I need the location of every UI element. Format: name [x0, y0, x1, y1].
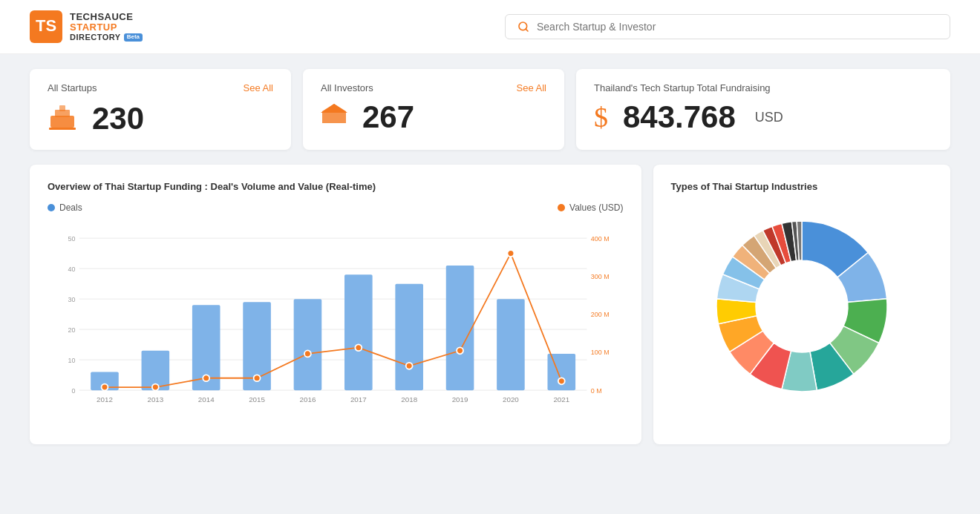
fundraising-card-header: Thailand's Tech Startup Total Fundraisin… [594, 82, 932, 93]
svg-rect-6 [59, 105, 65, 111]
fundraising-amount: 843.768 [623, 102, 736, 133]
svg-rect-35 [294, 299, 322, 390]
logo-directory: DIRECTORY [70, 33, 121, 42]
logo-text: TECHSAUCE STARTUP DIRECTORY Beta [70, 12, 143, 42]
logo-area: TS TECHSAUCE STARTUP DIRECTORY Beta [30, 10, 143, 43]
logo-techsauce: TECHSAUCE [70, 12, 133, 22]
investors-card-header: All Investors See All [321, 82, 546, 93]
svg-rect-43 [497, 299, 525, 390]
svg-point-56 [558, 378, 565, 384]
startups-label: All Startups [48, 82, 97, 93]
svg-rect-7 [49, 128, 76, 130]
svg-text:2017: 2017 [350, 395, 367, 403]
donut-chart-card: Types of Thai Startup Industries [653, 165, 951, 444]
svg-text:20: 20 [68, 326, 76, 334]
investors-see-all[interactable]: See All [517, 82, 546, 93]
svg-point-48 [152, 384, 159, 391]
svg-text:2012: 2012 [97, 395, 113, 403]
svg-text:TS: TS [36, 16, 56, 35]
svg-text:0 M: 0 M [591, 387, 602, 395]
svg-rect-39 [395, 284, 423, 391]
svg-text:2015: 2015 [249, 395, 265, 403]
search-icon [517, 21, 529, 33]
bar-chart-title: Overview of Thai Startup Funding : Deal'… [48, 181, 624, 192]
search-bar[interactable] [505, 14, 950, 39]
svg-text:2021: 2021 [553, 395, 569, 403]
startups-body: 230 [48, 101, 273, 136]
fundraising-unit: USD [755, 110, 783, 125]
svg-point-51 [304, 350, 311, 357]
fundraising-label: Thailand's Tech Startup Total Fundraisin… [594, 82, 771, 93]
investors-count: 267 [362, 102, 414, 133]
svg-text:400 M: 400 M [591, 235, 610, 243]
fundraising-card: Thailand's Tech Startup Total Fundraisin… [576, 69, 950, 150]
svg-text:10: 10 [68, 357, 76, 364]
logo-icon: TS [30, 10, 62, 43]
svg-point-55 [507, 250, 514, 257]
svg-text:0: 0 [71, 387, 75, 395]
svg-point-49 [203, 375, 209, 381]
svg-point-54 [457, 347, 463, 354]
legend-values: Values (USD) [558, 202, 623, 213]
svg-text:50: 50 [68, 235, 76, 243]
svg-text:2016: 2016 [300, 395, 316, 403]
svg-text:30: 30 [68, 296, 76, 303]
legend-deals: Deals [48, 202, 82, 213]
svg-line-3 [526, 29, 528, 31]
svg-text:300 M: 300 M [591, 273, 610, 280]
bar-chart-area: 010203040500 M100 M200 M300 M400 M201220… [48, 220, 624, 428]
svg-point-53 [406, 363, 413, 369]
svg-text:40: 40 [68, 266, 76, 273]
investors-label: All Investors [321, 82, 373, 93]
startups-icon [48, 101, 77, 136]
donut-chart-title: Types of Thai Startup Industries [671, 181, 933, 192]
bar-chart-legend: Deals Values (USD) [48, 202, 624, 213]
svg-point-50 [254, 375, 261, 381]
svg-rect-37 [344, 274, 373, 390]
donut-chart-svg [705, 210, 898, 403]
svg-rect-41 [446, 266, 474, 390]
legend-deals-label: Deals [59, 202, 82, 213]
svg-text:2013: 2013 [147, 395, 163, 403]
startups-card-header: All Startups See All [48, 82, 273, 93]
dollar-icon: $ [594, 101, 608, 134]
search-input[interactable] [537, 21, 938, 33]
svg-text:2014: 2014 [198, 395, 215, 403]
svg-text:100 M: 100 M [591, 349, 610, 356]
charts-row: Overview of Thai Startup Funding : Deal'… [30, 165, 950, 444]
main-content: All Startups See All 230 All Investors [0, 54, 980, 459]
svg-text:200 M: 200 M [591, 311, 610, 318]
bar-chart-card: Overview of Thai Startup Funding : Deal'… [30, 165, 641, 444]
svg-point-47 [102, 384, 108, 391]
investors-icon [321, 101, 347, 134]
startups-count: 230 [92, 103, 144, 134]
beta-badge: Beta [124, 33, 143, 42]
svg-marker-9 [321, 104, 347, 113]
svg-point-52 [355, 344, 362, 351]
svg-rect-4 [50, 116, 74, 128]
svg-text:2018: 2018 [401, 395, 417, 403]
deals-dot [48, 204, 55, 211]
legend-values-label: Values (USD) [569, 202, 623, 213]
header: TS TECHSAUCE STARTUP DIRECTORY Beta [0, 0, 980, 54]
investors-body: 267 [321, 101, 546, 134]
svg-text:2019: 2019 [452, 395, 468, 403]
stats-row: All Startups See All 230 All Investors [30, 69, 950, 150]
donut-container [671, 202, 933, 410]
svg-text:2020: 2020 [503, 395, 519, 403]
investors-card: All Investors See All 267 [303, 69, 564, 150]
logo-startup: STARTUP [70, 22, 143, 33]
startups-see-all[interactable]: See All [244, 82, 273, 93]
fundraising-body: $ 843.768 USD [594, 101, 932, 134]
values-dot [558, 204, 565, 211]
bar-chart-svg: 010203040500 M100 M200 M300 M400 M201220… [48, 220, 624, 428]
startups-card: All Startups See All 230 [30, 69, 291, 150]
